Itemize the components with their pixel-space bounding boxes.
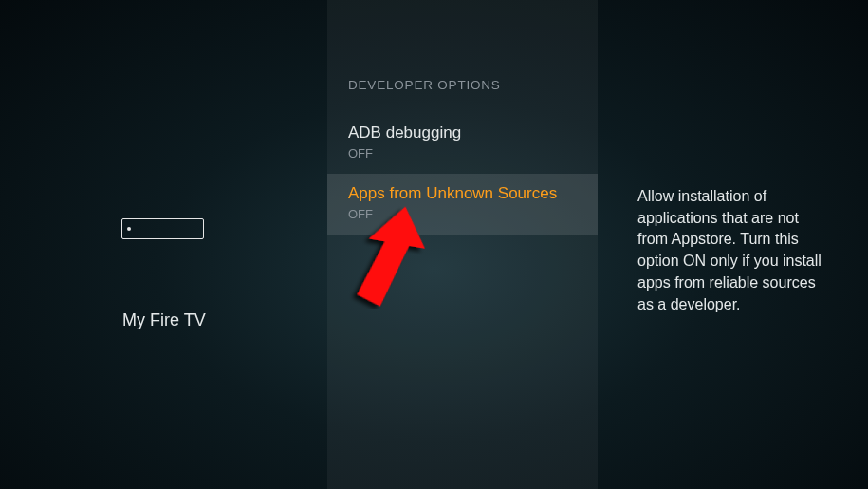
option-status: OFF — [348, 146, 577, 160]
option-description: Allow installation of applications that … — [637, 186, 830, 315]
left-panel: My Fire TV — [0, 0, 327, 489]
option-status: OFF — [348, 207, 577, 221]
section-title: DEVELOPER OPTIONS — [327, 78, 598, 113]
menu-indicator-box — [121, 218, 204, 239]
option-label: ADB debugging — [348, 122, 577, 144]
option-label: Apps from Unknown Sources — [348, 183, 577, 205]
menu-indicator-dot — [127, 227, 131, 231]
option-apps-unknown-sources[interactable]: Apps from Unknown Sources OFF — [327, 174, 598, 235]
settings-panel: DEVELOPER OPTIONS ADB debugging OFF Apps… — [327, 0, 598, 489]
description-panel: Allow installation of applications that … — [598, 0, 868, 489]
option-adb-debugging[interactable]: ADB debugging OFF — [327, 113, 598, 174]
breadcrumb-label: My Fire TV — [122, 310, 206, 330]
